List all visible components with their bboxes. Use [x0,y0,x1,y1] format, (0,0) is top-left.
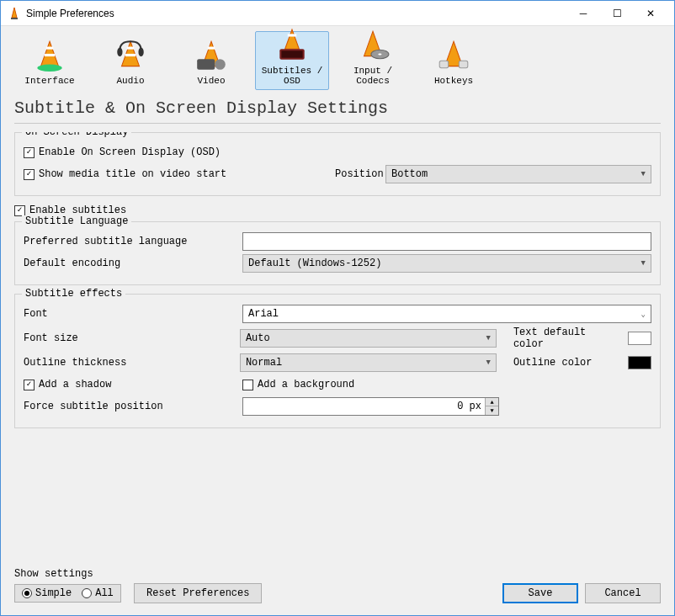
category-hotkeys[interactable]: Hotkeys [417,31,491,90]
category-video[interactable]: Video [174,31,248,90]
app-icon [8,7,21,20]
add-background-checkbox[interactable]: Add a background [242,379,354,390]
title-bar: Simple Preferences ─ ☐ ✕ [1,1,674,26]
svg-rect-24 [459,61,468,67]
svg-rect-12 [208,47,215,50]
font-label: Font [24,308,242,320]
font-dropdown[interactable]: Arial ⌄ [242,305,651,323]
font-size-dropdown[interactable]: Auto ▼ [240,329,497,348]
svg-rect-7 [127,47,134,50]
cone-disc-icon [355,29,391,62]
preferred-language-label: Preferred subtitle language [24,236,242,247]
text-color-swatch[interactable] [628,332,651,345]
svg-rect-3 [46,47,53,50]
page-title: Subtitle & On Screen Display Settings [1,93,674,123]
add-shadow-checkbox[interactable]: ✓Add a shadow [24,379,242,390]
show-media-title-checkbox[interactable]: ✓Show media title on video start [24,168,335,180]
cone-screen-icon [274,29,310,62]
minimize-button[interactable]: ─ [566,2,600,25]
font-size-label: Font size [24,332,240,344]
outline-color-label: Outline color [513,357,621,369]
spin-down-icon[interactable]: ▼ [486,406,498,415]
enable-osd-checkbox[interactable]: ✓Enable On Screen Display (OSD) [24,146,221,158]
close-button[interactable]: ✕ [634,2,667,25]
position-dropdown[interactable]: Bottom ▼ [385,165,651,183]
svg-point-14 [215,59,226,70]
svg-rect-1 [11,18,18,19]
position-label: Position [335,168,385,180]
enable-subtitles-checkbox[interactable]: ✓Enable subtitles [14,204,661,216]
default-encoding-dropdown[interactable]: Default (Windows-1252) ▼ [242,254,651,273]
outline-color-swatch[interactable] [628,356,651,369]
maximize-button[interactable]: ☐ [600,2,634,25]
svg-rect-13 [197,59,215,70]
simple-radio[interactable]: Simple [22,587,72,599]
subtitle-effects-group: Subtitle effects Font Arial ⌄ Font size … [14,294,661,428]
cone-headphones-icon [113,39,148,72]
osd-group: On Screen Display ✓Enable On Screen Disp… [14,132,661,196]
category-audio[interactable]: Audio [93,31,167,90]
category-subtitles-osd[interactable]: Subtitles / OSD [255,31,329,90]
show-settings-label: Show settings [14,568,496,580]
svg-point-9 [117,48,122,57]
svg-rect-4 [45,54,56,56]
outline-thickness-label: Outline thickness [24,357,240,369]
chevron-down-icon: ▼ [486,358,490,367]
chevron-down-icon: ▼ [486,334,490,343]
svg-point-5 [37,65,61,72]
cancel-button[interactable]: Cancel [585,583,661,603]
window-title: Simple Preferences [26,8,566,19]
subtitle-language-group: Subtitle Language Preferred subtitle lan… [14,221,661,285]
svg-marker-15 [285,29,300,49]
spin-up-icon[interactable]: ▲ [486,398,498,406]
chevron-down-icon: ▼ [641,259,646,268]
svg-point-10 [138,48,143,57]
chevron-down-icon: ▼ [641,170,646,178]
default-encoding-label: Default encoding [24,258,242,269]
svg-rect-8 [125,54,136,56]
svg-point-21 [378,53,381,55]
preferred-language-input[interactable] [242,232,651,251]
svg-marker-0 [12,8,17,18]
cone-film-icon [194,39,229,72]
svg-rect-18 [281,50,302,57]
force-position-spinbox[interactable]: ▲ ▼ [242,397,499,416]
cone-icon [32,39,67,72]
chevron-down-icon: ⌄ [641,310,646,319]
category-toolbar: Interface Audio Video Subtitles / OSD In… [1,26,674,93]
save-button[interactable]: Save [502,583,578,603]
svg-rect-23 [439,61,449,67]
reset-preferences-button[interactable]: Reset Preferences [134,583,262,603]
category-interface[interactable]: Interface [13,31,87,90]
all-radio[interactable]: All [82,587,114,599]
footer: Show settings Simple All Reset Preferenc… [1,561,674,615]
preferences-window: Simple Preferences ─ ☐ ✕ Interface Audio… [0,0,675,616]
divider [14,123,661,124]
cone-keys-icon [436,39,471,72]
outline-thickness-dropdown[interactable]: Normal ▼ [240,353,497,372]
force-position-label: Force subtitle position [24,401,242,412]
category-input-codecs[interactable]: Input / Codecs [336,31,410,90]
svg-rect-16 [288,34,297,36]
text-default-color-label: Text default color [513,327,621,350]
